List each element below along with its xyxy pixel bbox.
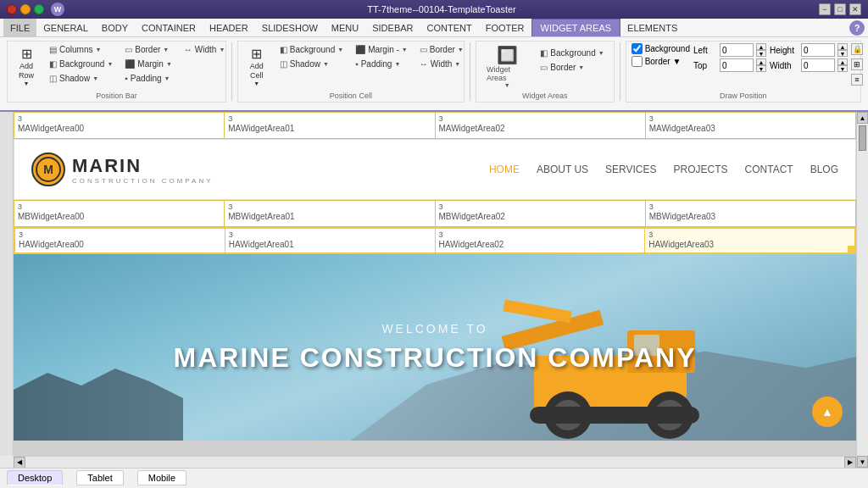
padding-cell-button[interactable]: ▪ Padding ▼ — [351, 58, 412, 70]
hero-title: MARINE CONSTRUCTION COMPANY — [174, 342, 697, 374]
position-cell-label: Position Cell — [238, 92, 464, 100]
help-button[interactable]: ? — [849, 20, 865, 36]
bottom-scrollbar[interactable]: ◀ ▶ — [14, 456, 856, 468]
menu-elements[interactable]: ELEMENTS — [620, 19, 684, 36]
align-btn[interactable]: ⊞ — [851, 58, 863, 70]
ha-cell-0[interactable]: 3 HAWidgetArea00 — [15, 229, 225, 252]
svg-text:M: M — [43, 163, 53, 176]
padding-bar-button[interactable]: ▪ Padding ▼ — [120, 72, 176, 85]
title-bar: W TT-7theme--00104-TemplateToaster − □ ✕ — [0, 0, 868, 19]
background-draw-label: Background — [645, 44, 690, 53]
ma-cell-0[interactable]: 3 MAWidgetArea00 — [14, 113, 225, 138]
mb-cell-3[interactable]: 3 MBWidgetArea03 — [646, 201, 855, 226]
ma-cell-3[interactable]: 3 MAWidgetArea03 — [646, 113, 855, 138]
menu-content[interactable]: CONTENT — [420, 19, 479, 36]
tablet-tab[interactable]: Tablet — [76, 470, 123, 485]
widget-background-button[interactable]: ◧ Background ▼ — [536, 47, 608, 59]
nav-about[interactable]: ABOUT US — [537, 164, 588, 175]
menu-bar: FILE GENERAL BODY CONTAINER HEADER SLIDE… — [0, 19, 868, 37]
widget-areas-button[interactable]: 🔲 Widget Areas ▼ — [481, 43, 532, 90]
logo-icon: M — [31, 152, 65, 186]
scroll-down-button[interactable]: ▼ — [857, 456, 868, 468]
top-label: Top — [693, 61, 717, 70]
add-cell-button[interactable]: ⊞ AddCell ▼ — [242, 43, 272, 89]
margin-minus-button[interactable]: ⬛ Margin - ▼ — [351, 43, 412, 56]
mb-cell-0[interactable]: 3 MBWidgetArea00 — [14, 201, 225, 226]
resize-handle[interactable] — [848, 246, 854, 252]
nav-blog[interactable]: BLOG — [810, 164, 838, 175]
right-scrollbar[interactable]: ▲ ▼ — [856, 112, 868, 468]
ma-cell-2[interactable]: 3 MAWidgetArea02 — [436, 113, 646, 138]
header-row: M MARIN CONSTRUCTION COMPANY HOME ABOUT … — [14, 139, 856, 200]
canvas-content[interactable]: 3 MAWidgetArea00 3 MAWidgetArea01 3 MAWi… — [14, 112, 856, 456]
background-bar-button[interactable]: ◧ Background ▼ — [45, 58, 117, 70]
scroll-up-button[interactable]: ▲ — [857, 112, 868, 124]
border-draw-checkbox[interactable] — [632, 56, 643, 67]
hero-arrow-button[interactable]: ▲ — [812, 396, 843, 427]
shadow-bar-button[interactable]: ◫ Shadow ▼ — [45, 72, 117, 85]
canvas-wrapper: 3 MAWidgetArea00 3 MAWidgetArea01 3 MAWi… — [0, 112, 868, 468]
separator3 — [620, 42, 620, 101]
scroll-left-button[interactable]: ◀ — [14, 457, 25, 469]
mb-cell-1[interactable]: 3 MBWidgetArea01 — [225, 201, 435, 226]
ma-widget-row: 3 MAWidgetArea00 3 MAWidgetArea01 3 MAWi… — [14, 112, 856, 139]
width-input[interactable] — [801, 58, 835, 72]
menu-menu[interactable]: MENU — [325, 19, 365, 36]
close-button[interactable]: ✕ — [849, 3, 861, 15]
window-title: TT-7theme--00104-TemplateToaster — [64, 4, 819, 14]
scroll-thumb[interactable] — [859, 125, 866, 151]
maximize-button[interactable]: □ — [834, 3, 846, 15]
window-controls[interactable]: − □ ✕ — [819, 3, 861, 15]
position-bar-label: Position Bar — [8, 92, 225, 100]
left-spinner[interactable]: ▲▼ — [756, 43, 766, 57]
menu-slideshow[interactable]: SLIDESHOW — [255, 19, 325, 36]
background-cell-button[interactable]: ◧ Background ▼ — [275, 43, 348, 56]
columns-button[interactable]: ▤ Columns ▼ — [45, 43, 117, 56]
nav-contact[interactable]: CONTACT — [745, 164, 793, 175]
mobile-tab[interactable]: Mobile — [137, 470, 186, 485]
shadow-cell-button[interactable]: ◫ Shadow ▼ — [275, 58, 348, 70]
lock-ratio-btn[interactable]: 🔒 — [851, 43, 863, 55]
background-draw-checkbox[interactable] — [632, 43, 643, 54]
width-label: Width — [770, 61, 798, 70]
menu-general[interactable]: GENERAL — [36, 19, 95, 36]
nav-home[interactable]: HOME — [489, 164, 520, 175]
ha-cell-1[interactable]: 3 HAWidgetArea01 — [225, 229, 436, 252]
menu-footer[interactable]: FOOTER — [479, 19, 531, 36]
separator1 — [231, 42, 232, 101]
width-bar-button[interactable]: ↔ Width ▼ — [180, 43, 230, 56]
ha-cell-3-active[interactable]: 3 HAWidgetArea03 — [645, 229, 854, 252]
height-spinner[interactable]: ▲▼ — [837, 43, 848, 57]
hero-content: WELCOME TO MARINE CONSTRUCTION COMPANY — [174, 322, 697, 374]
nav-services[interactable]: SERVICES — [605, 164, 656, 175]
logo-text: MARIN CONSTRUCTION COMPANY — [72, 155, 214, 185]
nav-projects[interactable]: PROJECTS — [674, 164, 728, 175]
border-cell-button[interactable]: ▭ Border ▼ — [415, 43, 468, 56]
scroll-right-button[interactable]: ▶ — [844, 457, 856, 469]
add-row-button[interactable]: ⊞ AddRow ▼ — [11, 43, 42, 89]
ma-cell-1[interactable]: 3 MAWidgetArea01 — [225, 113, 435, 138]
left-input[interactable] — [720, 43, 754, 57]
desktop-tab[interactable]: Desktop — [7, 470, 63, 485]
margin-bar-button[interactable]: ⬛ Margin ▼ — [120, 58, 176, 70]
hero-subtitle: WELCOME TO — [174, 322, 697, 336]
ha-cell-2[interactable]: 3 HAWidgetArea02 — [436, 229, 646, 252]
top-spinner[interactable]: ▲▼ — [756, 58, 766, 72]
menu-body[interactable]: BODY — [95, 19, 135, 36]
minimize-button[interactable]: − — [819, 3, 831, 15]
menu-container[interactable]: CONTAINER — [135, 19, 203, 36]
width-spinner[interactable]: ▲▼ — [837, 58, 848, 72]
border-draw-label: Border ▼ — [645, 57, 682, 66]
top-input[interactable] — [720, 58, 754, 72]
width-cell-button[interactable]: ↔ Width ▼ — [415, 58, 468, 70]
border-bar-button[interactable]: ▭ Border ▼ — [120, 43, 176, 56]
distribute-btn[interactable]: ≡ — [851, 74, 863, 86]
menu-header[interactable]: HEADER — [203, 19, 255, 36]
widget-border-button[interactable]: ▭ Border ▼ — [536, 61, 608, 74]
menu-widget-areas[interactable]: WIDGET AREAS — [531, 19, 621, 36]
menu-file[interactable]: FILE — [3, 19, 36, 36]
menu-sidebar[interactable]: SIDEBAR — [365, 19, 420, 36]
widget-area-label: Widget Areas — [476, 92, 614, 100]
mb-cell-2[interactable]: 3 MBWidgetArea02 — [436, 201, 646, 226]
height-input[interactable] — [801, 43, 835, 57]
